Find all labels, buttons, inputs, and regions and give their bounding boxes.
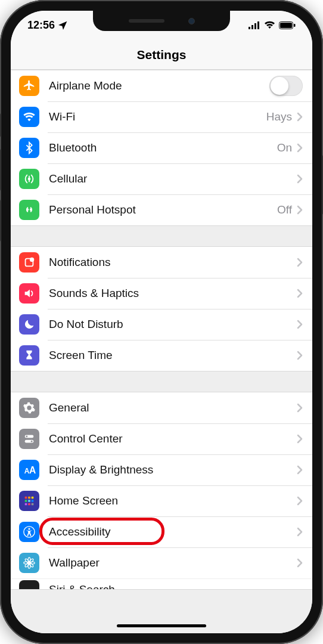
row-label: Wallpaper [49, 556, 297, 569]
svg-point-11 [30, 258, 34, 262]
textsize-icon: AA [19, 460, 39, 480]
chevron-right-icon [297, 403, 303, 413]
settings-group: Airplane ModeWi-FiHaysBluetoothOnCellula… [11, 70, 312, 226]
switches-icon [19, 429, 39, 449]
status-time: 12:56 [27, 19, 55, 32]
row-dnd[interactable]: Do Not Disturb [11, 309, 312, 340]
svg-rect-1 [251, 25, 253, 29]
chevron-right-icon [297, 351, 303, 360]
row-sounds[interactable]: Sounds & Haptics [11, 278, 312, 309]
row-value: Hays [266, 110, 292, 123]
wifi-status-icon [264, 21, 275, 29]
row-label: General [49, 401, 297, 414]
row-label: Control Center [49, 432, 297, 445]
row-airplane[interactable]: Airplane Mode [11, 70, 312, 101]
row-hotspot[interactable]: Personal HotspotOff [11, 194, 312, 225]
row-label: Do Not Disturb [49, 318, 297, 331]
nav-header: Settings [11, 39, 312, 70]
row-wifi[interactable]: Wi-FiHays [11, 101, 312, 132]
moon-icon [19, 314, 39, 335]
airplane-icon [19, 76, 39, 96]
chevron-right-icon [297, 558, 303, 568]
display-notch [93, 11, 230, 31]
row-notifications[interactable]: Notifications [11, 247, 312, 278]
row-label: Notifications [49, 256, 297, 269]
notifications-icon [19, 252, 39, 273]
svg-rect-19 [28, 497, 30, 499]
svg-rect-6 [294, 24, 296, 27]
hotspot-icon [19, 200, 39, 220]
row-screentime[interactable]: Screen Time [11, 340, 312, 371]
row-label: Accessibility [49, 525, 297, 538]
gear-icon [19, 398, 39, 418]
settings-list[interactable]: Airplane ModeWi-FiHaysBluetoothOnCellula… [11, 70, 312, 633]
toggle-airplane[interactable] [269, 76, 303, 96]
row-label: Display & Brightness [49, 463, 297, 476]
row-label: Bluetooth [49, 141, 277, 154]
svg-point-7 [29, 178, 30, 180]
svg-rect-0 [249, 27, 250, 29]
svg-point-13 [26, 435, 27, 437]
chevron-right-icon [297, 320, 303, 329]
chevron-right-icon [297, 527, 303, 537]
row-value: Off [277, 203, 292, 216]
chevron-right-icon [297, 174, 303, 184]
home-indicator[interactable] [117, 624, 206, 627]
cellular-icon [19, 169, 39, 189]
svg-text:A: A [29, 465, 36, 475]
row-wallpaper[interactable]: Wallpaper [11, 547, 312, 578]
chevron-right-icon [297, 465, 303, 475]
speaker-grill [129, 19, 164, 23]
svg-rect-23 [32, 500, 34, 502]
row-label: Siri & Search [49, 583, 115, 589]
chevron-right-icon [297, 205, 303, 215]
svg-rect-2 [254, 23, 256, 29]
row-label: Personal Hotspot [49, 203, 277, 216]
svg-point-15 [31, 441, 33, 442]
svg-rect-22 [28, 500, 30, 502]
row-label: Airplane Mode [49, 79, 269, 92]
sounds-icon [19, 283, 39, 304]
chevron-right-icon [297, 496, 303, 506]
battery-icon [279, 21, 296, 29]
svg-rect-24 [25, 503, 27, 506]
location-icon [58, 21, 67, 30]
svg-rect-18 [25, 497, 27, 499]
front-camera [188, 18, 195, 24]
svg-point-9 [30, 209, 32, 210]
chevron-right-icon [297, 143, 303, 153]
svg-rect-21 [25, 500, 27, 502]
svg-point-8 [27, 209, 28, 210]
bluetooth-icon [19, 138, 39, 158]
wifi-icon [19, 107, 39, 127]
cellular-signal-icon [249, 21, 260, 29]
mute-switch[interactable] [0, 113, 1, 137]
row-label: Wi-Fi [49, 110, 266, 123]
row-display[interactable]: AADisplay & Brightness [11, 454, 312, 485]
row-controlcenter[interactable]: Control Center [11, 423, 312, 454]
settings-group: NotificationsSounds & HapticsDo Not Dist… [11, 246, 312, 371]
page-title: Settings [11, 48, 312, 62]
row-general[interactable]: General [11, 392, 312, 423]
svg-rect-3 [257, 21, 259, 29]
row-value: On [277, 141, 292, 154]
row-homescreen[interactable]: Home Screen [11, 485, 312, 516]
row-siri[interactable]: Siri & Search [11, 578, 312, 589]
siri-icon [19, 580, 39, 589]
chevron-right-icon [297, 258, 303, 267]
accessibility-icon [19, 522, 39, 542]
row-cellular[interactable]: Cellular [11, 163, 312, 194]
row-label: Sounds & Haptics [49, 287, 297, 300]
grid-icon [19, 491, 39, 511]
volume-up-button[interactable] [0, 149, 1, 191]
svg-rect-25 [28, 503, 30, 506]
volume-down-button[interactable] [0, 200, 1, 242]
row-accessibility[interactable]: Accessibility [11, 516, 312, 547]
row-bluetooth[interactable]: BluetoothOn [11, 132, 312, 163]
phone-frame: 12:56 Settings Airplane ModeWi-FiHaysBlu… [0, 0, 323, 644]
chevron-right-icon [297, 112, 303, 122]
flower-icon [19, 553, 39, 573]
row-label: Screen Time [49, 349, 297, 362]
svg-rect-20 [32, 497, 34, 499]
chevron-right-icon [297, 434, 303, 444]
